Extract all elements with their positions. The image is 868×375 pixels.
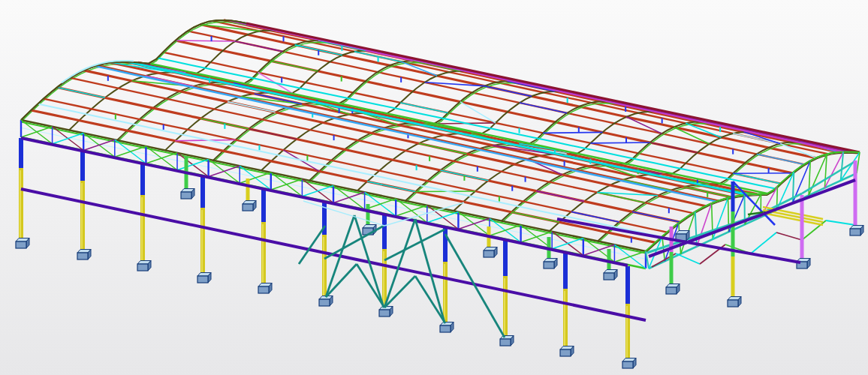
footing [728,300,738,307]
footing [604,273,614,280]
footing [544,262,554,268]
footing [319,299,330,306]
footing [484,250,494,257]
footing [197,276,208,283]
footing [850,229,860,236]
footing [666,287,677,294]
footing [258,286,269,293]
structural-model-svg [0,0,868,375]
footing [137,264,148,271]
model-viewport[interactable] [0,0,868,375]
footing [243,204,253,211]
footing [440,326,451,332]
footing [500,339,511,346]
footing [16,242,26,248]
footing [77,253,88,260]
footing [622,362,633,368]
footing [560,350,571,356]
footing [379,310,390,316]
footing [181,192,191,199]
